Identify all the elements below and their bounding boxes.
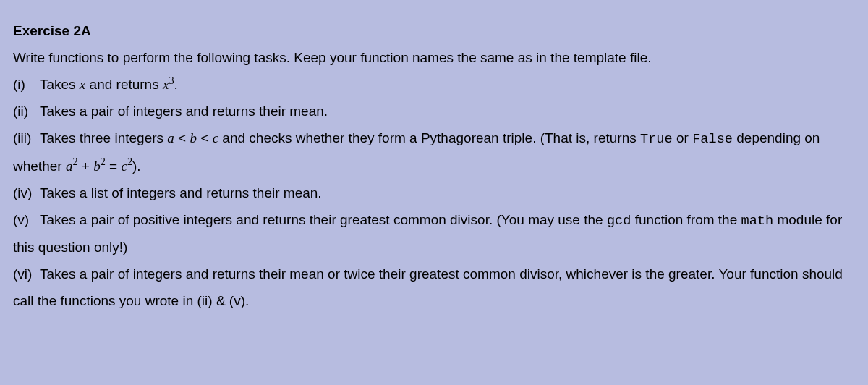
item-vi-text: Takes a pair of integers and returns the… [13, 266, 843, 308]
item-i-label: (i) [13, 71, 36, 98]
item-iii-text: Takes three integers a < b < c and check… [13, 130, 820, 173]
code-true: True [640, 131, 673, 147]
item-iv: (iv) Takes a list of integers and return… [13, 179, 855, 206]
exercise-title: Exercise 2A [13, 17, 855, 44]
item-i: (i) Takes x and returns x3. [13, 71, 855, 98]
item-v-label: (v) [13, 206, 36, 233]
code-math: math [741, 213, 774, 229]
item-ii-text: Takes a pair of integers and returns the… [40, 103, 328, 119]
item-i-text: Takes x and returns x3. [40, 77, 178, 92]
item-ii: (ii) Takes a pair of integers and return… [13, 98, 855, 124]
item-iv-label: (iv) [13, 179, 36, 206]
item-v: (v) Takes a pair of positive integers an… [13, 206, 855, 261]
item-v-text: Takes a pair of positive integers and re… [13, 212, 842, 255]
item-iv-text: Takes a list of integers and returns the… [40, 185, 322, 200]
item-iii: (iii) Takes three integers a < b < c and… [13, 124, 855, 179]
exercise-intro: Write functions to perform the following… [13, 44, 855, 71]
item-vi: (vi) Takes a pair of integers and return… [13, 261, 855, 314]
code-false: False [692, 131, 733, 147]
item-vi-label: (vi) [13, 261, 36, 287]
item-ii-label: (ii) [13, 98, 36, 124]
item-iii-label: (iii) [13, 124, 36, 151]
code-gcd: gcd [607, 213, 631, 229]
